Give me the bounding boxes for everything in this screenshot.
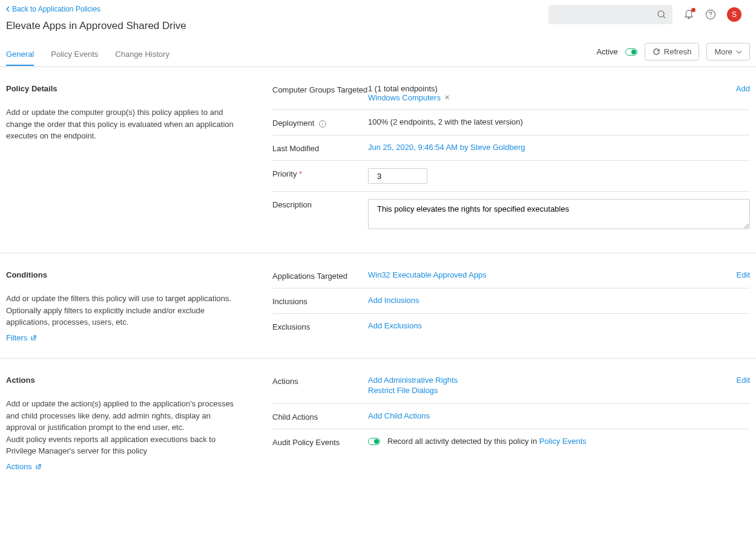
more-button[interactable]: More xyxy=(706,43,750,60)
conditions-desc: Add or update the filters this policy wi… xyxy=(6,294,231,327)
svg-line-1 xyxy=(663,16,665,18)
page-title: Elevate Apps in Approved Shared Drive xyxy=(6,20,548,32)
child-actions-label: Child Actions xyxy=(272,411,368,421)
deployment-label: Deployment i xyxy=(272,117,368,128)
applications-targeted-link[interactable]: Win32 Executable Approved Apps xyxy=(368,270,487,279)
audit-text: Record all activity detected by this pol… xyxy=(387,437,587,446)
chevron-left-icon xyxy=(6,6,10,12)
applications-targeted-label: Applications Targeted xyxy=(272,270,368,281)
deployment-value: 100% (2 endpoints, 2 with the latest ver… xyxy=(368,117,750,126)
back-link[interactable]: Back to Application Policies xyxy=(6,5,100,13)
actions-desc2: Audit policy events reports all applicat… xyxy=(6,434,236,457)
add-child-actions-link[interactable]: Add Child Actions xyxy=(368,411,430,420)
refresh-icon xyxy=(652,48,660,56)
priority-label: Priority * xyxy=(272,168,368,178)
computer-groups-count: 1 (1 total endpoints) xyxy=(368,84,750,93)
actions-title: Actions xyxy=(6,376,236,385)
user-avatar[interactable]: S xyxy=(727,7,741,22)
help-button[interactable] xyxy=(705,9,716,20)
svg-point-3 xyxy=(710,16,711,18)
search-icon xyxy=(657,10,666,19)
help-icon xyxy=(705,9,716,20)
refresh-button[interactable]: Refresh xyxy=(645,43,700,60)
policy-events-link[interactable]: Policy Events xyxy=(539,437,587,446)
external-link-icon xyxy=(35,463,41,470)
action-restrict-dialogs-link[interactable]: Restrict File Dialogs xyxy=(368,386,438,395)
priority-input[interactable] xyxy=(368,168,427,184)
svg-point-0 xyxy=(658,11,664,17)
action-admin-rights-link[interactable]: Add Administrative Rights xyxy=(368,376,458,385)
computer-group-chip[interactable]: Windows Computers ✕ xyxy=(368,93,450,102)
add-computer-group-link[interactable]: Add xyxy=(736,84,750,93)
back-link-label: Back to Application Policies xyxy=(12,5,100,13)
chip-remove-icon[interactable]: ✕ xyxy=(444,94,450,102)
search-input[interactable] xyxy=(548,5,672,24)
external-link-icon xyxy=(30,334,36,341)
active-label: Active xyxy=(596,47,617,56)
policy-details-title: Policy Details xyxy=(6,84,236,93)
audit-policy-label: Audit Policy Events xyxy=(272,437,368,447)
edit-actions-link[interactable]: Edit xyxy=(737,376,750,385)
exclusions-label: Exclusions xyxy=(272,321,368,331)
add-exclusions-link[interactable]: Add Exclusions xyxy=(368,321,422,330)
filters-link[interactable]: Filters xyxy=(6,332,36,344)
description-textarea[interactable]: This policy elevates the rights for spec… xyxy=(368,199,750,229)
conditions-title: Conditions xyxy=(6,270,236,279)
tab-policy-events[interactable]: Policy Events xyxy=(51,44,98,66)
edit-conditions-link[interactable]: Edit xyxy=(737,270,750,279)
active-toggle[interactable] xyxy=(625,48,637,56)
actions-field-label: Actions xyxy=(272,376,368,386)
audit-toggle[interactable] xyxy=(368,438,380,445)
last-modified-label: Last Modified xyxy=(272,143,368,153)
inclusions-label: Inclusions xyxy=(272,296,368,306)
notifications-button[interactable] xyxy=(683,9,694,20)
description-label: Description xyxy=(272,199,368,209)
tab-general[interactable]: General xyxy=(6,44,34,66)
caret-down-icon xyxy=(736,50,742,54)
last-modified-link[interactable]: Jun 25, 2020, 9:46:54 AM by Steve Goldbe… xyxy=(368,143,525,152)
tab-change-history[interactable]: Change History xyxy=(115,44,169,66)
actions-desc1: Add or update the action(s) applied to t… xyxy=(6,398,236,434)
add-inclusions-link[interactable]: Add Inclusions xyxy=(368,296,419,305)
computer-groups-label: Computer Groups Targeted xyxy=(272,84,368,94)
actions-link[interactable]: Actions xyxy=(6,461,41,473)
policy-details-desc: Add or update the computer group(s) this… xyxy=(6,106,236,142)
notification-dot xyxy=(691,8,695,12)
info-icon[interactable]: i xyxy=(319,120,326,128)
